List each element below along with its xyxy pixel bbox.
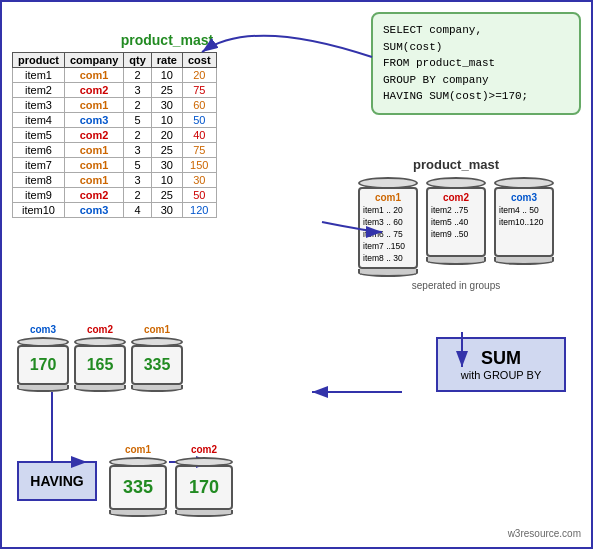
table-cell: 30 [151,158,182,173]
table-cell: 20 [182,68,216,83]
sql-box: SELECT company,SUM(cost)FROM product_mas… [371,12,581,115]
table-cell: item3 [13,98,65,113]
col-header-company: company [64,53,123,68]
table-cell: item1 [13,68,65,83]
group-item: com3170 [17,324,69,392]
table-title: product_mast [12,32,322,48]
col-header-product: product [13,53,65,68]
sum-sublabel: with GROUP BY [461,369,542,381]
table-cell: com1 [64,158,123,173]
having-box: HAVING [17,461,97,501]
group-label: com2 [87,324,113,335]
group-item: com1335 [131,324,183,392]
table-cell: 60 [182,98,216,113]
table-cell: item7 [13,158,65,173]
having-group-label: com1 [125,444,151,455]
table-cell: 75 [182,143,216,158]
table-cell: 3 [124,173,152,188]
cylinder-item: item5 ..40 [431,217,481,229]
cylinder-bottom [358,269,418,277]
cylinder-body: com3item4 .. 50item10..120 [494,187,554,257]
table-cell: com1 [64,173,123,188]
cylinder-body: com2item2 ..75item5 ..40item9 ..50 [426,187,486,257]
cylinder-items: item1 .. 20item3 .. 60item6 .. 75item7 .… [363,205,413,264]
group-cyl-bottom [74,385,126,392]
table-cell: 3 [124,83,152,98]
db-cylinder: com2item2 ..75item5 ..40item9 ..50 [426,177,486,277]
sum-box: SUM with GROUP BY [436,337,566,392]
table-cell: 5 [124,158,152,173]
having-cyl-bottom [175,510,233,517]
cylinder-body: com1item1 .. 20item3 .. 60item6 .. 75ite… [358,187,418,269]
group-cyl-top [131,337,183,347]
table-cell: 30 [182,173,216,188]
cylinder-label: com2 [431,192,481,203]
table-cell: 20 [151,128,182,143]
table-cell: 30 [151,98,182,113]
having-group-label: com2 [191,444,217,455]
table-cell: com1 [64,98,123,113]
table-cell: 3 [124,143,152,158]
table-cell: item2 [13,83,65,98]
sql-line: SUM(cost) [383,39,569,56]
having-group-item: com1335 [109,444,167,517]
group-value: 165 [87,356,114,374]
group-cyl-body: 335 [131,345,183,385]
cylinder-item: item7 ..150 [363,241,413,253]
table-cell: 25 [151,188,182,203]
col-header-rate: rate [151,53,182,68]
table-cell: 5 [124,113,152,128]
table-cell: 2 [124,188,152,203]
table-cell: item9 [13,188,65,203]
groups-section: com3170com2165com1335 [17,324,183,392]
table-cell: 50 [182,113,216,128]
sql-line: SELECT company, [383,22,569,39]
table-cell: 40 [182,128,216,143]
separated-text: seperated in groups [341,280,571,291]
db-cylinder: com1item1 .. 20item3 .. 60item6 .. 75ite… [358,177,418,277]
group-cyl-top [17,337,69,347]
having-group-value: 170 [189,477,219,498]
table-cell: com2 [64,188,123,203]
cylinder-item: item2 ..75 [431,205,481,217]
group-cyl-body: 165 [74,345,126,385]
table-cell: 30 [151,203,182,218]
group-cyl-body: 170 [17,345,69,385]
col-header-cost: cost [182,53,216,68]
watermark: w3resource.com [508,528,581,539]
table-cell: item8 [13,173,65,188]
table-cell: item10 [13,203,65,218]
cylinder-item: item3 .. 60 [363,217,413,229]
cylinder-label: com1 [363,192,413,203]
table-cell: com2 [64,128,123,143]
table-cell: 120 [182,203,216,218]
having-cyl-top [109,457,167,467]
table-cell: com3 [64,113,123,128]
cylinder-item: item10..120 [499,217,549,229]
sum-label: SUM [481,348,521,369]
having-cyl-top [175,457,233,467]
cylinder-items: item4 .. 50item10..120 [499,205,549,229]
table-cell: 25 [151,143,182,158]
col-header-qty: qty [124,53,152,68]
having-groups: com1335com2170 [109,444,233,517]
having-cyl-body: 335 [109,465,167,510]
db-cylinder: com3item4 .. 50item10..120 [494,177,554,277]
sql-line: HAVING SUM(cost)>=170; [383,88,569,105]
sql-line: GROUP BY company [383,72,569,89]
having-section: HAVING com1335com2170 [17,444,233,517]
table-cell: 10 [151,173,182,188]
table-cell: 75 [182,83,216,98]
cylinder-item: item9 ..50 [431,229,481,241]
table-cell: 10 [151,68,182,83]
table-cell: 2 [124,98,152,113]
data-table: product company qty rate cost item1com12… [12,52,217,218]
cylinder-item: item4 .. 50 [499,205,549,217]
group-value: 335 [144,356,171,374]
table-cell: item4 [13,113,65,128]
having-group-item: com2170 [175,444,233,517]
group-label: com3 [30,324,56,335]
table-cell: 50 [182,188,216,203]
table-cell: 2 [124,128,152,143]
table-section: product_mast product company qty rate co… [12,32,322,218]
